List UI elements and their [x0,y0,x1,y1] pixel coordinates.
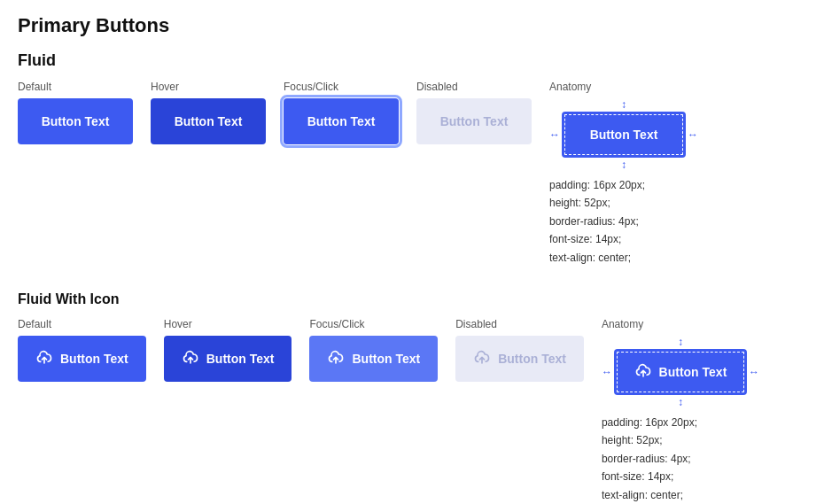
fluid-icon-default-col: Default Button Text [18,318,146,382]
fluid-anatomy-label: Anatomy [549,81,698,93]
fluid-icon-hover-button[interactable]: Button Text [164,336,292,382]
fluid-icon-hover-label: Hover [164,318,292,330]
fluid-icon-section: Fluid With Icon Default Button Text Hove… [18,291,806,504]
fluid-icon-anatomy-label: Anatomy [602,318,759,330]
fluid-focus-label: Focus/Click [284,81,399,93]
fluid-icon-focus-button[interactable]: Button Text [309,336,438,382]
fluid-icon-default-button[interactable]: Button Text [18,336,146,382]
fluid-anatomy-desc: padding: 16px 20px;height: 52px;border-r… [549,176,698,267]
cloud-upload-icon [634,363,652,381]
fluid-default-label: Default [18,81,133,93]
cloud-upload-icon [473,350,491,368]
fluid-focus-button[interactable]: Button Text [284,98,399,144]
fluid-icon-focus-label: Focus/Click [309,318,438,330]
fluid-icon-anatomy-button: Button Text [614,349,747,395]
fluid-anatomy-col: Anatomy ↕ ↔ Button Text ↔ ↕ [549,81,698,267]
cloud-upload-icon [182,350,199,368]
fluid-hover-button[interactable]: Button Text [151,98,266,144]
fluid-icon-disabled-label: Disabled [455,318,584,330]
fluid-icon-disabled-button: Button Text [455,336,584,382]
cloud-upload-icon [35,350,53,368]
fluid-icon-hover-col: Hover Button Text [164,318,292,382]
fluid-default-col: Default Button Text [18,81,133,144]
cloud-upload-icon [327,350,345,368]
fluid-anatomy-button: Button Text [562,112,686,158]
fluid-states-row: Default Button Text Hover Button Text Fo… [18,81,806,267]
fluid-icon-anatomy-col: Anatomy ↕ ↔ Button Text ↔ ↕ [602,318,759,504]
fluid-section: Fluid Default Button Text Hover Button T… [18,51,806,267]
fluid-icon-states-row: Default Button Text Hover Button Text Fo… [18,318,806,504]
fluid-disabled-col: Disabled Button Text [416,81,532,144]
fluid-icon-default-label: Default [18,318,146,330]
fluid-default-button[interactable]: Button Text [18,98,133,144]
fluid-section-title: Fluid [18,51,806,70]
fluid-icon-anatomy-desc: padding: 16px 20px;height: 52px;border-r… [602,414,752,504]
fluid-focus-col: Focus/Click Button Text [284,81,399,144]
fluid-disabled-label: Disabled [416,81,532,93]
page-title: Primary Buttons [18,14,806,37]
fluid-disabled-button: Button Text [416,98,532,144]
fluid-hover-col: Hover Button Text [151,81,266,144]
fluid-hover-label: Hover [151,81,266,93]
fluid-icon-section-title: Fluid With Icon [18,291,806,307]
fluid-icon-disabled-col: Disabled Button Text [455,318,584,382]
fluid-icon-focus-col: Focus/Click Button Text [309,318,438,382]
